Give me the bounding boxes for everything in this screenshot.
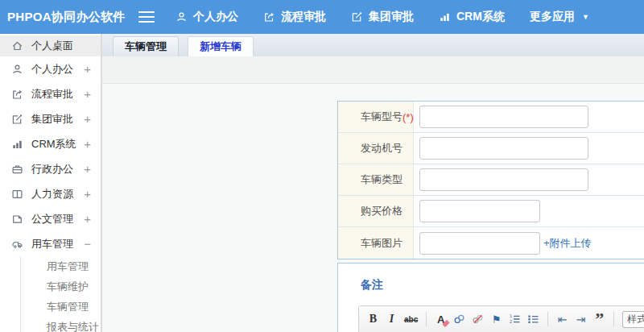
nav-more-apps[interactable]: 更多应用▼	[530, 10, 589, 24]
tab-add-vehicle[interactable]: 新增车辆	[188, 36, 254, 56]
sidebar-item-label: 公文管理	[31, 212, 73, 226]
remove-format-button[interactable]: A	[435, 310, 447, 328]
sidebar-subitem-reports-stats[interactable]: 报表与统计	[21, 317, 101, 332]
sidebar-submenu: 用车管理车辆维护车辆管理报表与统计	[20, 256, 101, 332]
form-row: 车辆图片+附件上传	[338, 227, 644, 259]
sidebar-item-label: 集团审批	[31, 112, 73, 127]
field-label: 车辆类型	[338, 164, 414, 195]
style-dropdown[interactable]: 样式▼	[622, 311, 644, 328]
user-icon	[175, 11, 188, 23]
numbered-list-button[interactable]: 12	[509, 310, 521, 328]
sidebar-item-hr[interactable]: 人力资源+	[0, 181, 101, 206]
form-row: 购买价格	[338, 196, 644, 227]
sidebar: 个人桌面个人办公+流程审批+集团审批+CRM系统+行政办公+人力资源+公文管理+…	[0, 34, 102, 332]
sidebar-item-group-approval[interactable]: 集团审批+	[0, 106, 101, 131]
sidebar-item-label: 行政办公	[31, 162, 73, 176]
book-icon	[11, 189, 24, 200]
sidebar-item-desktop[interactable]: 个人桌面	[0, 35, 101, 56]
sidebar-item-process-approval[interactable]: 流程审批+	[0, 81, 101, 106]
field-cell	[414, 133, 644, 164]
sidebar-item-label: 个人桌面	[31, 39, 73, 53]
home-icon	[11, 40, 24, 52]
plus-expander-icon[interactable]: +	[84, 62, 91, 76]
field-purchase-price[interactable]	[419, 200, 540, 222]
sidebar-item-crm[interactable]: CRM系统+	[0, 131, 101, 156]
nav-personal-office[interactable]: 个人办公	[175, 10, 238, 24]
field-label: 车辆图片	[338, 227, 414, 259]
required-mark: (*)	[402, 111, 414, 123]
field-cell	[414, 164, 644, 195]
sidebar-item-label: 流程审批	[31, 87, 73, 102]
plus-expander-icon[interactable]: +	[84, 212, 91, 226]
sidebar-item-label: CRM系统	[31, 137, 76, 151]
outdent-button[interactable]: ⇤	[556, 310, 568, 328]
plus-expander-icon[interactable]: +	[84, 137, 91, 151]
form-row: 发动机号	[338, 133, 644, 164]
chevron-down-icon: ▼	[582, 13, 589, 21]
minus-collapse-icon[interactable]: −	[84, 237, 91, 251]
nav-crm-system[interactable]: CRM系统	[439, 10, 505, 24]
strikethrough-button[interactable]: abc	[404, 310, 418, 328]
italic-button[interactable]: I	[386, 310, 398, 328]
car-icon	[11, 239, 24, 250]
field-vehicle-model[interactable]	[419, 106, 588, 128]
briefcase-icon	[11, 164, 24, 175]
sidebar-item-label: 个人办公	[31, 62, 73, 77]
plus-expander-icon[interactable]: +	[84, 87, 91, 101]
topbar: PHPOA协同办公软件 个人办公流程审批集团审批CRM系统更多应用▼	[0, 0, 644, 34]
plus-expander-icon[interactable]: +	[84, 112, 91, 126]
field-cell	[414, 102, 644, 132]
chart-icon	[11, 139, 24, 150]
sidebar-item-admin-office[interactable]: 行政办公+	[0, 156, 101, 181]
field-label: 发动机号	[338, 133, 414, 164]
nav-process-approval[interactable]: 流程审批	[263, 10, 326, 24]
toolbar-separator	[547, 312, 548, 326]
bold-button[interactable]: B	[367, 310, 379, 328]
app-logo: PHPOA协同办公软件	[0, 10, 138, 25]
edit-icon	[351, 11, 363, 23]
blockquote-button[interactable]: ”	[593, 313, 605, 325]
indent-button[interactable]: ⇥	[575, 310, 587, 328]
tab-bar: 车辆管理新增车辆	[102, 34, 644, 56]
eraser-shape	[443, 320, 450, 327]
sidebar-subitem-vehicle-maint[interactable]: 车辆维护	[21, 276, 101, 297]
main-area: 车辆型号(*)发动机号车辆类型购买价格车辆图片+附件上传 备注 BIabcA⚑1…	[102, 84, 644, 332]
field-vehicle-photo[interactable]	[419, 232, 540, 255]
toolbar-separator	[613, 312, 614, 326]
sidebar-item-label: 用车管理	[31, 237, 73, 251]
bullet-list-button[interactable]	[527, 310, 539, 328]
rich-text-editor: BIabcA⚑12⇤⇥”样式▼格式	[358, 305, 644, 332]
anchor-flag-button[interactable]: ⚑	[490, 310, 502, 328]
link-button[interactable]	[453, 310, 465, 328]
attachment-upload-link[interactable]: +附件上传	[543, 236, 592, 251]
content-toolbar-strip	[102, 56, 644, 84]
field-engine-number[interactable]	[419, 137, 588, 160]
unlink-button[interactable]	[472, 310, 484, 328]
chart-icon	[439, 11, 451, 23]
menu-toggle-icon[interactable]	[138, 11, 155, 23]
field-cell: +附件上传	[414, 227, 644, 259]
nav-group-approval[interactable]: 集团审批	[351, 10, 414, 24]
top-nav: 个人办公流程审批集团审批CRM系统更多应用▼	[175, 10, 589, 24]
plus-expander-icon[interactable]: +	[84, 187, 91, 201]
field-vehicle-type[interactable]	[419, 168, 588, 191]
toolbar-separator	[426, 312, 427, 326]
sidebar-subitem-vehicle-admin[interactable]: 车辆管理	[21, 297, 101, 317]
sidebar-item-personal-office[interactable]: 个人办公+	[0, 56, 101, 81]
user-icon	[11, 64, 24, 75]
field-label: 车辆型号(*)	[338, 102, 414, 132]
editor-toolbar: BIabcA⚑12⇤⇥”样式▼格式	[359, 306, 644, 332]
field-cell	[414, 196, 644, 226]
vehicle-form-panel: 车辆型号(*)发动机号车辆类型购买价格车辆图片+附件上传	[337, 101, 644, 259]
nav-item-label: CRM系统	[456, 10, 505, 24]
nav-item-label: 集团审批	[369, 10, 414, 24]
sidebar-item-vehicle-mgmt[interactable]: 用车管理−	[0, 231, 101, 256]
sidebar-item-document-mgmt[interactable]: 公文管理+	[0, 206, 101, 231]
nav-item-label: 个人办公	[193, 10, 238, 24]
share-icon	[11, 89, 24, 100]
tab-vehicle-management[interactable]: 车辆管理	[113, 36, 179, 56]
plus-expander-icon[interactable]: +	[84, 162, 91, 176]
remarks-panel: 备注 BIabcA⚑12⇤⇥”样式▼格式	[337, 263, 644, 332]
sidebar-subitem-vehicle-use[interactable]: 用车管理	[21, 256, 101, 276]
form-row: 车辆型号(*)	[338, 102, 644, 133]
